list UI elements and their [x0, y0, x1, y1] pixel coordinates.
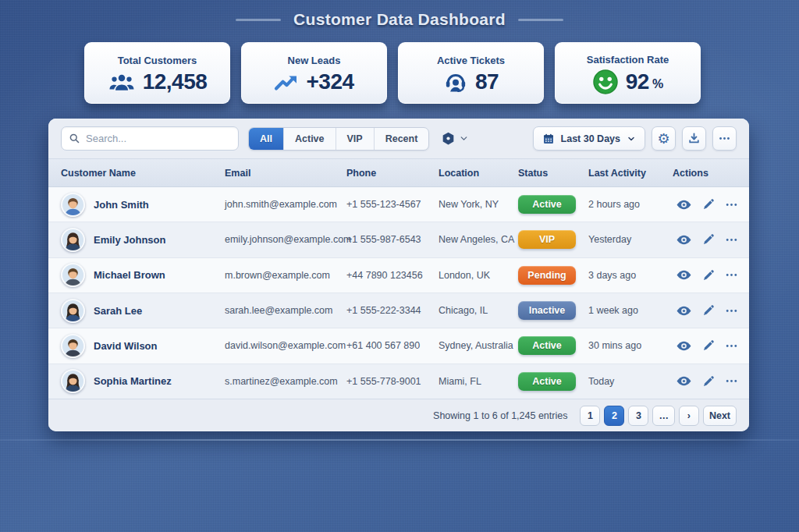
stat-value: 87: [475, 69, 499, 94]
customer-name: David Wilson: [94, 340, 158, 352]
tab-recent[interactable]: Recent: [375, 128, 429, 150]
row-more-button[interactable]: [725, 374, 738, 388]
pagination: 123…›Next: [580, 406, 737, 426]
customer-phone: +44 7890 123456: [346, 270, 439, 281]
status-badge: Inactive: [518, 301, 576, 320]
users-icon: [108, 70, 136, 94]
customer-phone: +1 555-123-4567: [346, 199, 439, 210]
customer-name: Michael Brown: [94, 269, 165, 281]
stat-label: New Leads: [288, 55, 341, 66]
smiley-icon: [592, 69, 619, 95]
edit-button[interactable]: [702, 375, 715, 388]
tab-all[interactable]: All: [249, 128, 284, 150]
page-ellipsis[interactable]: …: [652, 406, 675, 426]
last-activity: 1 week ago: [588, 305, 673, 316]
column-header-actions: Actions: [673, 168, 737, 179]
table-row[interactable]: Sarah Leesarah.lee@example.com+1 555-222…: [48, 293, 749, 328]
ellipsis-icon: [725, 268, 738, 282]
table-row[interactable]: Emily Johnsonemily.johnson@example.com+1…: [48, 222, 749, 257]
stat-value: +324: [306, 69, 353, 94]
stat-value-row: +324: [274, 69, 353, 94]
results-summary: Showing 1 to 6 of 1,245 entries: [433, 410, 567, 421]
customer-name-cell: John Smith: [61, 193, 225, 217]
page-button-1[interactable]: 1: [580, 406, 600, 426]
row-more-button[interactable]: [725, 339, 738, 353]
edit-button[interactable]: [702, 198, 715, 211]
settings-button[interactable]: ⚙: [652, 126, 676, 151]
status-badge: Active: [518, 336, 576, 355]
chevron-down-icon: [459, 133, 469, 144]
stat-card-active-tickets: Active Tickets87: [398, 42, 544, 104]
edit-button[interactable]: [702, 304, 715, 317]
customer-location: Sydney, Australia: [439, 340, 518, 351]
view-button[interactable]: [676, 339, 692, 353]
customer-name: John Smith: [94, 199, 149, 211]
pencil-icon: [702, 198, 715, 211]
pencil-icon: [702, 269, 715, 282]
page-button-3[interactable]: 3: [628, 406, 648, 426]
stat-value-row: 92%: [592, 69, 663, 95]
row-more-button[interactable]: [725, 268, 738, 282]
stat-value-row: 87: [443, 69, 499, 94]
customer-location: Chicago, IL: [439, 305, 518, 316]
calendar-icon: [542, 133, 555, 145]
actions-cell: [673, 374, 738, 388]
customer-name: Sarah Lee: [94, 305, 142, 317]
row-more-button[interactable]: [725, 233, 738, 246]
eye-icon: [676, 304, 692, 317]
avatar: [61, 369, 85, 393]
table-body: John Smithjohn.smith@example.com+1 555-1…: [48, 187, 749, 399]
edit-button[interactable]: [702, 339, 715, 352]
row-more-button[interactable]: [725, 198, 738, 211]
table-row[interactable]: David Wilsondavid.wilson@example.com+61 …: [48, 328, 749, 364]
actions-cell: [673, 339, 738, 353]
search-box[interactable]: [61, 126, 239, 151]
table-row[interactable]: Michael Brownm.brown@example.com+44 7890…: [48, 258, 749, 293]
stat-label: Active Tickets: [437, 55, 505, 66]
view-button[interactable]: [676, 198, 692, 211]
customer-table-panel: AllActiveVIPRecent Last 30 Days: [48, 119, 749, 431]
date-range-button[interactable]: Last 30 Days: [533, 126, 645, 151]
last-activity: 2 hours ago: [588, 199, 673, 210]
column-header-last-activity: Last Activity: [588, 168, 673, 179]
customer-name-cell: Emily Johnson: [61, 228, 225, 252]
hexagon-filter-icon: [440, 130, 456, 147]
stat-label: Satisfaction Rate: [587, 54, 669, 66]
last-activity: 30 mins ago: [588, 340, 673, 351]
edit-button[interactable]: [702, 269, 715, 282]
status-cell: Active: [518, 336, 588, 355]
customer-phone: +1 555-778-9001: [346, 376, 439, 387]
date-range-label: Last 30 Days: [561, 133, 620, 144]
page-title: Customer Data Dashboard: [293, 10, 506, 29]
pencil-icon: [702, 304, 715, 317]
chevron-down-icon: [627, 134, 636, 144]
tab-vip[interactable]: VIP: [336, 128, 375, 150]
search-input[interactable]: [86, 133, 231, 144]
view-button[interactable]: [676, 268, 692, 282]
column-header-status: Status: [518, 168, 588, 179]
view-button[interactable]: [676, 374, 692, 388]
next-arrow-button[interactable]: ›: [679, 406, 699, 426]
filter-options-dropdown[interactable]: [440, 130, 469, 147]
headset-icon: [443, 69, 468, 94]
customer-email: sarah.lee@example.com: [225, 305, 346, 316]
row-more-button[interactable]: [725, 304, 738, 317]
toolbar-right-group: Last 30 Days ⚙: [533, 126, 737, 151]
edit-button[interactable]: [702, 233, 715, 246]
table-row[interactable]: Sophia Martinezs.martinez@example.com+1 …: [48, 364, 749, 399]
gear-icon: ⚙: [657, 132, 669, 146]
page-button-2[interactable]: 2: [604, 406, 624, 426]
table-row[interactable]: John Smithjohn.smith@example.com+1 555-1…: [48, 187, 749, 222]
ellipsis-icon: [725, 233, 738, 246]
table-header: Customer NameEmailPhoneLocationStatusLas…: [48, 159, 749, 187]
next-button[interactable]: Next: [703, 406, 737, 426]
status-cell: VIP: [518, 230, 588, 249]
export-button[interactable]: [682, 126, 706, 151]
view-button[interactable]: [676, 304, 692, 317]
customer-name-cell: Michael Brown: [61, 263, 225, 287]
last-activity: 3 days ago: [588, 270, 673, 281]
view-button[interactable]: [676, 233, 692, 246]
tab-active[interactable]: Active: [284, 128, 336, 150]
stat-card-new-leads: New Leads+324: [241, 42, 387, 104]
more-options-button[interactable]: [712, 126, 737, 151]
